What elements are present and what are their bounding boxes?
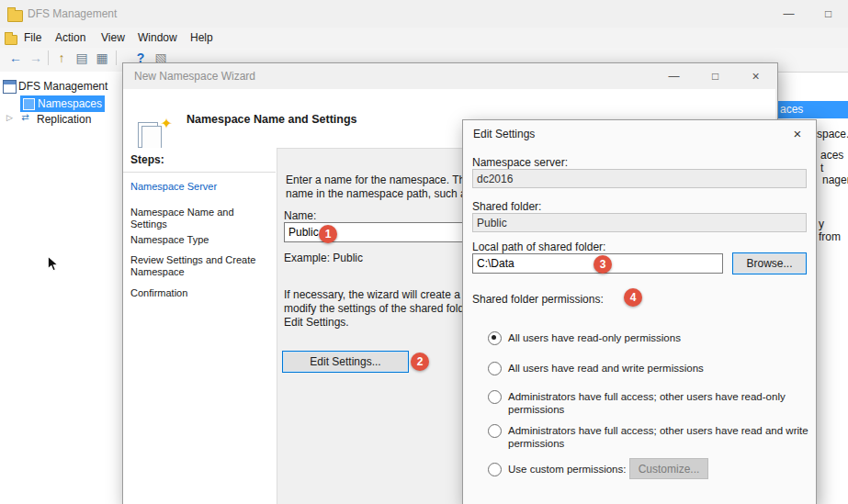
edit-settings-title: Edit Settings xyxy=(473,128,535,140)
example-text: Example: Public xyxy=(284,252,363,264)
console-root-icon xyxy=(3,80,17,94)
annotation-badge-1: 1 xyxy=(319,225,337,243)
toolbar-separator xyxy=(116,50,117,65)
step-namespace-server[interactable]: Namespace Server xyxy=(130,181,270,193)
radio-admin-full-others-read[interactable]: Administrators have full access; other u… xyxy=(488,390,815,416)
namespace-server-input xyxy=(472,169,807,188)
background-text-fragment: space... xyxy=(817,128,848,140)
wizard-note-line1: If necessary, the wizard will create a s… xyxy=(284,288,485,301)
menu-window[interactable]: Window xyxy=(138,31,177,44)
background-text-fragment: aces t xyxy=(820,149,848,174)
radio-label: Use custom permissions: xyxy=(508,463,637,476)
permissions-label: Shared folder permissions: xyxy=(472,293,604,306)
radio-dot[interactable] xyxy=(488,463,502,476)
steps-label: Steps: xyxy=(130,153,164,166)
mouse-cursor xyxy=(46,255,62,272)
browse-button[interactable]: Browse... xyxy=(732,252,807,274)
menu-view[interactable]: View xyxy=(101,31,125,44)
background-selected-row[interactable]: aces xyxy=(776,101,848,118)
forward-icon[interactable]: → xyxy=(28,50,44,66)
tree-item-namespaces-label: Namespaces xyxy=(38,97,102,110)
radio-admin-full-others-read-write[interactable]: Administrators have full access; other u… xyxy=(488,424,815,450)
radio-dot[interactable] xyxy=(488,362,502,375)
wizard-steps-panel: Steps: Namespace Server Namespace Name a… xyxy=(123,148,277,504)
wizard-note-line2: modify the settings of the shared folder… xyxy=(284,302,485,315)
toolbar-separator xyxy=(48,50,49,65)
menu-bar: File Action View Window Help xyxy=(0,28,848,49)
annotation-badge-2: 2 xyxy=(411,353,429,371)
annotation-badge-4: 4 xyxy=(624,288,642,307)
wizard-intro-line2: name in the namespace path, such as \\ xyxy=(286,187,481,200)
namespace-server-label: Namespace server: xyxy=(472,156,568,169)
radio-dot[interactable] xyxy=(488,424,502,438)
back-icon[interactable]: ← xyxy=(7,50,24,66)
radio-all-read-write[interactable]: All users have read and write permission… xyxy=(488,362,815,375)
radio-label: Administrators have full access; other u… xyxy=(508,424,815,450)
wizard-titlebar: New Namespace Wizard — □ × xyxy=(123,63,775,89)
tree-item-namespaces[interactable]: Namespaces xyxy=(20,95,105,112)
edit-settings-titlebar: Edit Settings × xyxy=(463,120,814,148)
radio-label: All users have read-only permissions xyxy=(508,331,815,344)
wizard-intro-line1: Enter a name for the namespace. This na xyxy=(286,174,489,186)
local-path-label: Local path of shared folder: xyxy=(472,241,605,253)
wizard-close-button[interactable]: × xyxy=(736,63,775,89)
menu-help[interactable]: Help xyxy=(190,31,213,44)
background-text-fragment: y from xyxy=(819,218,848,243)
wizard-note-line3: Edit Settings. xyxy=(284,316,349,329)
minimize-button[interactable]: — xyxy=(769,0,808,28)
menu-folder-icon xyxy=(5,35,17,45)
radio-label: Administrators have full access; other u… xyxy=(508,390,815,416)
console-tree: DFS Management Namespaces ▷ ⇄ Replicatio… xyxy=(0,72,123,504)
screen: DFS Management — □ File Action View Wind… xyxy=(0,0,848,504)
wizard-heading: Namespace Name and Settings xyxy=(187,113,357,126)
step-namespace-name-and-settings[interactable]: Namespace Name and Settings xyxy=(130,207,270,230)
step-review-settings[interactable]: Review Settings and Create Namespace xyxy=(130,254,270,278)
window-title: DFS Management xyxy=(28,7,117,20)
edit-settings-button[interactable]: Edit Settings... xyxy=(282,351,409,373)
annotation-badge-3: 3 xyxy=(594,255,612,274)
step-namespace-type[interactable]: Namespace Type xyxy=(130,234,270,246)
tree-item-replication[interactable]: Replication xyxy=(37,113,91,126)
window-titlebar: DFS Management — □ xyxy=(0,0,848,28)
namespaces-icon xyxy=(23,98,35,110)
menu-file[interactable]: File xyxy=(24,31,41,44)
name-label: Name: xyxy=(284,209,316,222)
app-folder-icon xyxy=(7,10,23,22)
tree-root-item[interactable]: DFS Management xyxy=(18,80,107,93)
wizard-title: New Namespace Wizard xyxy=(134,70,255,83)
background-text-fragment: nagen xyxy=(822,174,848,186)
wizard-maximize-button[interactable]: □ xyxy=(695,63,736,89)
edit-settings-close-button[interactable]: × xyxy=(781,120,814,148)
radio-label: All users have read and write permission… xyxy=(508,362,815,375)
edit-settings-dialog: Edit Settings × Namespace server: Shared… xyxy=(462,119,817,504)
radio-dot[interactable] xyxy=(488,390,502,404)
sparkle-icon: ✦ xyxy=(161,115,173,132)
radio-custom-permissions[interactable]: Use custom permissions: xyxy=(488,463,637,476)
shared-folder-input xyxy=(472,213,807,232)
up-one-level-icon[interactable]: ↑ xyxy=(53,50,70,66)
menu-action[interactable]: Action xyxy=(55,31,85,44)
replication-icon: ⇄ xyxy=(19,111,31,123)
customize-button: Customize... xyxy=(629,458,708,479)
step-confirmation[interactable]: Confirmation xyxy=(130,287,270,299)
maximize-button[interactable]: □ xyxy=(808,0,848,28)
show-window-icon[interactable]: ▤ xyxy=(73,50,90,66)
radio-dot[interactable] xyxy=(488,331,502,345)
steps-header: Steps: xyxy=(123,148,276,173)
wizard-minimize-button[interactable]: — xyxy=(653,63,695,89)
shared-folder-label: Shared folder: xyxy=(472,200,541,213)
expand-chevron-icon[interactable]: ▷ xyxy=(6,113,13,122)
export-list-icon[interactable]: ▦ xyxy=(94,50,110,66)
radio-all-read-only[interactable]: All users have read-only permissions xyxy=(488,331,815,345)
